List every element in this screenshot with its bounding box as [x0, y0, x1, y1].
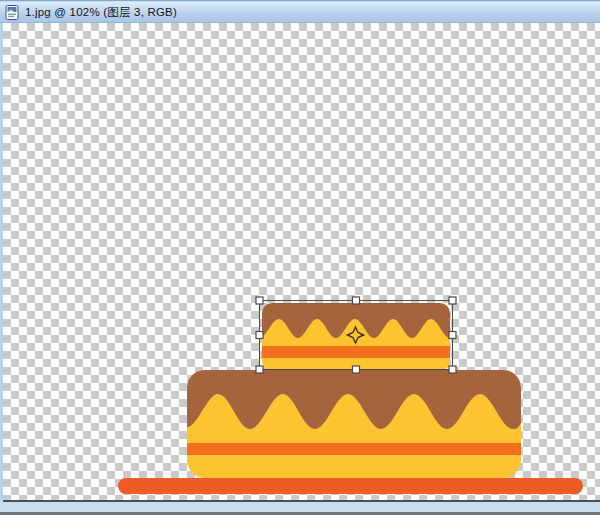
window-bottom-frame [0, 502, 600, 512]
transform-handle-top-right[interactable] [449, 297, 456, 304]
window-left-frame [0, 23, 3, 500]
transform-handle-top-center[interactable] [353, 297, 360, 304]
transform-handle-bottom-left[interactable] [256, 366, 263, 373]
document-file-icon [5, 5, 20, 20]
photoshop-document-window: 1.jpg @ 102% (图层 3, RGB) [0, 0, 600, 515]
transform-handle-bottom-right[interactable] [449, 366, 456, 373]
transform-handle-bottom-center[interactable] [353, 366, 360, 373]
transparent-canvas[interactable] [3, 23, 600, 502]
document-titlebar[interactable]: 1.jpg @ 102% (图层 3, RGB) [0, 2, 600, 23]
document-title: 1.jpg @ 102% (图层 3, RGB) [25, 5, 177, 20]
free-transform-box [256, 297, 456, 373]
transform-handle-top-left[interactable] [256, 297, 263, 304]
transform-handle-middle-left[interactable] [256, 332, 263, 339]
transform-handle-middle-right[interactable] [449, 332, 456, 339]
